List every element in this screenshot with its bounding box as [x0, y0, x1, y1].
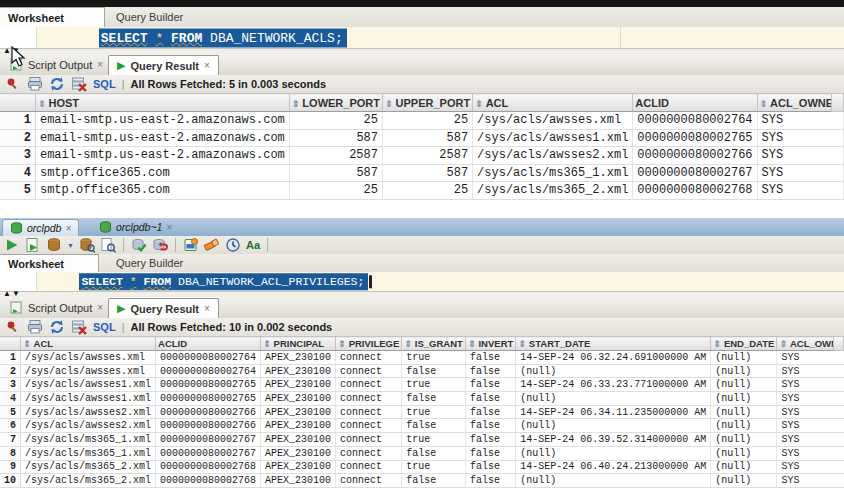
cell-acl-owner[interactable]: SYS: [777, 419, 844, 433]
cell-is-grant[interactable]: true: [402, 405, 466, 419]
row-number[interactable]: 5: [0, 405, 21, 419]
cell-lower-port[interactable]: 25: [289, 182, 382, 200]
cell-upper-port[interactable]: 2587: [382, 147, 472, 165]
cell-acl[interactable]: /sys/acls/awsses2.xml: [21, 419, 156, 433]
row-number[interactable]: 3: [0, 378, 21, 392]
cell-aclid[interactable]: 0000000080002765: [156, 392, 261, 406]
cell-aclid[interactable]: 0000000080002766: [156, 405, 261, 419]
cell-acl[interactable]: /sys/acls/ms365_2.xml: [473, 182, 633, 200]
close-icon[interactable]: ×: [166, 222, 172, 233]
cell-aclid[interactable]: 0000000080002766: [633, 147, 757, 165]
cell-lower-port[interactable]: 2587: [289, 147, 382, 165]
cell-privilege[interactable]: connect: [336, 378, 402, 392]
cell-is-grant[interactable]: false: [402, 446, 466, 460]
table-row[interactable]: 1/sys/acls/awsses.xml0000000080002764APE…: [0, 351, 844, 365]
cell-start-date[interactable]: 14-SEP-24 06.40.24.213000000 AM: [516, 460, 711, 474]
cell-principal[interactable]: APEX_230100: [261, 364, 336, 378]
table-row[interactable]: 1email-smtp.us-east-2.amazonaws.com2525/…: [0, 112, 844, 130]
cell-aclid[interactable]: 0000000080002764: [633, 112, 757, 130]
cell-host[interactable]: smtp.office365.com: [35, 182, 289, 200]
cell-acl[interactable]: /sys/acls/ms365_2.xml: [21, 474, 156, 488]
cell-end-date[interactable]: (null): [711, 460, 777, 474]
cell-acl-owner[interactable]: SYS: [777, 351, 844, 365]
row-number[interactable]: 3: [0, 147, 35, 165]
cell-start-date[interactable]: (null): [516, 392, 711, 406]
cell-lower-port[interactable]: 587: [289, 164, 382, 182]
cell-acl-owner[interactable]: SYS: [777, 378, 844, 392]
cell-invert[interactable]: false: [465, 446, 515, 460]
refresh-icon[interactable]: [49, 76, 65, 92]
cell-principal[interactable]: APEX_230100: [261, 446, 336, 460]
autotrace-icon[interactable]: [46, 237, 62, 253]
scrollbar-stub-bottom[interactable]: [833, 336, 844, 351]
column-header-rownum[interactable]: [0, 337, 21, 351]
cell-privilege[interactable]: connect: [336, 405, 402, 419]
cell-start-date[interactable]: 14-SEP-24 06.32.24.691000000 AM: [516, 351, 711, 365]
cell-acl-owner[interactable]: SYS: [777, 364, 844, 378]
cell-acl[interactable]: /sys/acls/awsses.xml: [21, 351, 156, 365]
cell-start-date[interactable]: 14-SEP-24 06.33.23.771000000 AM: [516, 378, 711, 392]
cell-aclid[interactable]: 0000000080002766: [156, 419, 261, 433]
print-icon[interactable]: [27, 76, 43, 92]
cell-principal[interactable]: APEX_230100: [261, 433, 336, 447]
connection-tab-orclpdb[interactable]: orclpdb ×: [2, 219, 79, 236]
cell-aclid[interactable]: 0000000080002765: [156, 378, 261, 392]
delete-icon[interactable]: [71, 76, 87, 92]
cell-upper-port[interactable]: 25: [382, 182, 472, 200]
cell-invert[interactable]: false: [465, 419, 515, 433]
cell-end-date[interactable]: (null): [711, 405, 777, 419]
column-header-rownum[interactable]: [0, 94, 35, 112]
column-header-invert[interactable]: ⇕INVERT: [465, 337, 515, 351]
cell-acl-owner[interactable]: SYS: [777, 474, 844, 488]
cell-principal[interactable]: APEX_230100: [261, 392, 336, 406]
row-number[interactable]: 7: [0, 433, 21, 447]
cell-is-grant[interactable]: true: [402, 351, 466, 365]
column-header-start-date[interactable]: ⇕START_DATE: [516, 337, 711, 351]
delete-icon[interactable]: [71, 319, 87, 335]
cell-principal[interactable]: APEX_230100: [261, 351, 336, 365]
table-row[interactable]: 4smtp.office365.com587587/sys/acls/ms365…: [0, 164, 844, 182]
cell-acl-owner[interactable]: SYS: [757, 147, 843, 165]
cell-end-date[interactable]: (null): [711, 392, 777, 406]
row-number[interactable]: 2: [0, 364, 21, 378]
sql-editor-bottom[interactable]: SELECT * FROM DBA_NETWORK_ACL_PRIVILEGES…: [0, 272, 844, 291]
cell-is-grant[interactable]: true: [402, 433, 466, 447]
cell-privilege[interactable]: connect: [336, 460, 402, 474]
table-row[interactable]: 9/sys/acls/ms365_2.xml0000000080002768AP…: [0, 460, 844, 474]
clear-icon[interactable]: [204, 237, 220, 253]
cell-upper-port[interactable]: 25: [382, 112, 472, 130]
column-header-acl[interactable]: ⇕ACL: [21, 337, 156, 351]
pin-icon[interactable]: [5, 319, 21, 335]
run-script-icon[interactable]: [25, 237, 41, 253]
cell-acl-owner[interactable]: SYS: [777, 405, 844, 419]
cell-aclid[interactable]: 0000000080002768: [156, 474, 261, 488]
rollback-icon[interactable]: [152, 237, 168, 253]
cell-is-grant[interactable]: false: [402, 392, 466, 406]
sql-tuning-icon[interactable]: [100, 237, 116, 253]
cell-is-grant[interactable]: false: [402, 419, 466, 433]
cell-end-date[interactable]: (null): [711, 474, 777, 488]
cell-invert[interactable]: false: [465, 405, 515, 419]
table-row[interactable]: 5/sys/acls/awsses2.xml0000000080002766AP…: [0, 405, 844, 419]
cell-acl[interactable]: /sys/acls/ms365_2.xml: [21, 460, 156, 474]
cell-principal[interactable]: APEX_230100: [261, 460, 336, 474]
cell-host[interactable]: email-smtp.us-east-2.amazonaws.com: [35, 129, 289, 147]
column-header-principal[interactable]: ⇕PRINCIPAL: [261, 337, 336, 351]
explain-plan-icon[interactable]: [79, 237, 95, 253]
cell-end-date[interactable]: (null): [711, 364, 777, 378]
column-header-lower-port[interactable]: ⇕LOWER_PORT: [289, 94, 382, 112]
cell-privilege[interactable]: connect: [336, 351, 402, 365]
cell-end-date[interactable]: (null): [711, 446, 777, 460]
table-row[interactable]: 3/sys/acls/awsses1.xml0000000080002765AP…: [0, 378, 844, 392]
row-number[interactable]: 4: [0, 392, 21, 406]
cell-invert[interactable]: false: [465, 351, 515, 365]
row-number[interactable]: 10: [0, 474, 21, 488]
cell-aclid[interactable]: 0000000080002767: [156, 446, 261, 460]
cell-host[interactable]: email-smtp.us-east-2.amazonaws.com: [35, 112, 289, 130]
cell-acl[interactable]: /sys/acls/ms365_1.xml: [473, 164, 633, 182]
cell-acl[interactable]: /sys/acls/awsses.xml: [473, 112, 633, 130]
row-number[interactable]: 5: [0, 182, 35, 200]
cell-start-date[interactable]: (null): [516, 419, 711, 433]
cell-start-date[interactable]: 14-SEP-24 06.39.52.314000000 AM: [516, 433, 711, 447]
close-icon[interactable]: ×: [97, 59, 103, 70]
